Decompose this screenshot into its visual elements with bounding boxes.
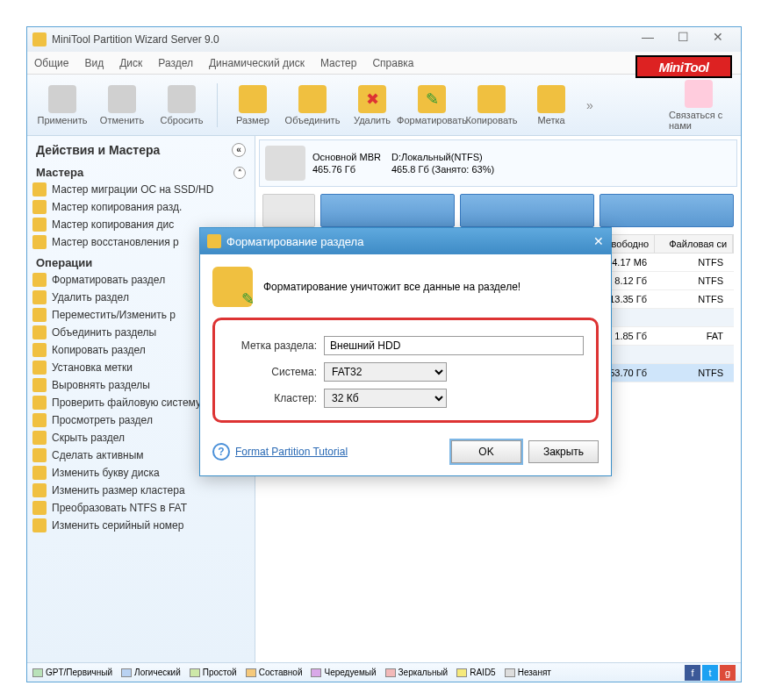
minimize-button[interactable]: — [630,30,665,49]
twitter-icon[interactable]: t [702,665,718,681]
col-filesystem[interactable]: Файловая си [655,235,733,253]
toolbar-overflow[interactable]: » [586,98,593,112]
delete-button[interactable]: Удалить [342,78,402,132]
facebook-icon[interactable]: f [685,665,700,681]
legend-mirrored: Зеркальный [385,668,449,677]
legend-unallocated: Незанят [505,668,551,677]
contact-button[interactable]: Связаться с нами [669,78,729,132]
op-change-cluster[interactable]: Изменить размер кластера [27,482,255,499]
partition-label-input[interactable] [324,336,584,355]
label-icon [537,85,565,113]
resize-button[interactable]: Размер [223,78,283,132]
dialog-icon [207,234,221,248]
filesystem-select[interactable]: FAT32 [324,362,447,382]
collapse-icon[interactable]: « [232,143,246,157]
menu-general[interactable]: Общие [34,57,68,69]
undo-button[interactable]: Отменить [92,78,152,132]
statusbar: GPT/Первичный Логический Простой Составн… [27,662,741,682]
legend-striped: Чередуемый [311,668,376,677]
filesystem-label: Система: [227,366,324,378]
legend-simple: Простой [190,668,237,677]
dialog-close-button[interactable]: ✕ [593,234,604,248]
disk-mbr-label: Основной MBR [312,151,381,163]
format-button[interactable]: Форматировать [402,78,462,132]
dialog-title: Форматирование раздела [226,235,593,248]
close-button[interactable]: ✕ [700,30,736,49]
partition-bar [255,190,741,231]
format-icon [418,85,446,113]
menu-dynamic-disk[interactable]: Динамический диск [209,57,305,69]
menu-view[interactable]: Вид [84,57,104,69]
op-change-serial[interactable]: Изменить серийный номер [27,517,255,534]
check-icon [48,85,76,113]
legend-gpt: GPT/Первичный [32,668,112,677]
toolbar-separator [217,83,218,127]
help-icon[interactable]: ? [212,443,230,461]
wizards-section: Мастера ˄ [27,161,255,181]
warning-text: Форматирование уничтожит все данные на р… [263,281,520,293]
brand-logo: MiniTool [635,55,732,78]
resize-icon [239,85,267,113]
app-title: MiniTool Partition Wizard Server 9.0 [52,33,630,46]
support-icon [685,80,713,108]
form-highlighted-zone: Метка раздела: Система: FAT32 Кластер: 3… [212,318,599,423]
delete-icon [358,85,386,113]
cluster-select[interactable]: 32 Кб [324,389,447,408]
sidebar-header: Действия и Мастера « [27,136,255,161]
undo-icon [108,85,136,113]
cluster-label: Кластер: [227,392,324,404]
op-convert-ntfs-fat[interactable]: Преобразовать NTFS в FAT [27,499,255,517]
format-partition-dialog: Форматирование раздела ✕ Форматирование … [199,227,612,476]
copy-icon [477,85,506,113]
apply-button[interactable]: Применить [32,78,92,132]
titlebar: MiniTool Partition Wizard Server 9.0 — ☐… [27,27,741,52]
partition-box[interactable] [599,194,734,227]
reset-icon [168,85,196,113]
disk-size-label: 465.76 Гб [312,163,381,175]
merge-button[interactable]: Объединить [283,78,342,132]
merge-icon [298,85,327,113]
chevron-up-icon[interactable]: ˄ [233,167,246,179]
social-links: f t g [685,665,736,681]
menu-partition[interactable]: Раздел [158,57,193,69]
reset-button[interactable]: Сбросить [152,78,212,132]
maximize-button[interactable]: ☐ [665,30,700,49]
label-button[interactable]: Метка [521,78,581,132]
legend-raid5: RAID5 [456,668,495,677]
dialog-footer: ? Format Partition Tutorial OK Закрыть [200,435,611,475]
disk-usage-label: 465.8 Гб (Занято: 63%) [391,163,494,175]
close-button[interactable]: Закрыть [528,440,599,463]
ok-button[interactable]: OK [451,440,521,463]
disk-icon [265,146,305,181]
wizard-copy-partition[interactable]: Мастер копирования разд. [27,198,255,216]
partition-box[interactable] [320,194,455,227]
toolbar: Применить Отменить Сбросить Размер Объед… [27,75,741,136]
dialog-body: Форматирование уничтожит все данные на р… [200,254,611,435]
copy-button[interactable]: Копировать [462,78,521,132]
warning-row: Форматирование уничтожит все данные на р… [212,267,599,307]
warning-icon [212,267,253,307]
menu-help[interactable]: Справка [372,57,413,69]
disk-volume-label: D:Локальный(NTFS) [391,151,494,163]
legend-logical: Логический [121,668,181,677]
app-icon [32,32,47,46]
tutorial-link[interactable]: Format Partition Tutorial [235,446,348,458]
disk-header: Основной MBR 465.76 Гб D:Локальный(NTFS)… [259,139,737,187]
partition-box[interactable] [460,194,594,227]
menubar: Общие Вид Диск Раздел Динамический диск … [27,52,741,75]
partition-box[interactable] [262,194,315,227]
menu-disk[interactable]: Диск [119,57,142,69]
wizard-migrate-os[interactable]: Мастер миграции ОС на SSD/HD [27,181,255,198]
partition-label-label: Метка раздела: [227,339,324,352]
gplus-icon[interactable]: g [720,665,736,681]
dialog-titlebar: Форматирование раздела ✕ [200,228,611,254]
legend-spanned: Составной [246,668,303,677]
menu-wizard[interactable]: Мастер [320,57,357,69]
